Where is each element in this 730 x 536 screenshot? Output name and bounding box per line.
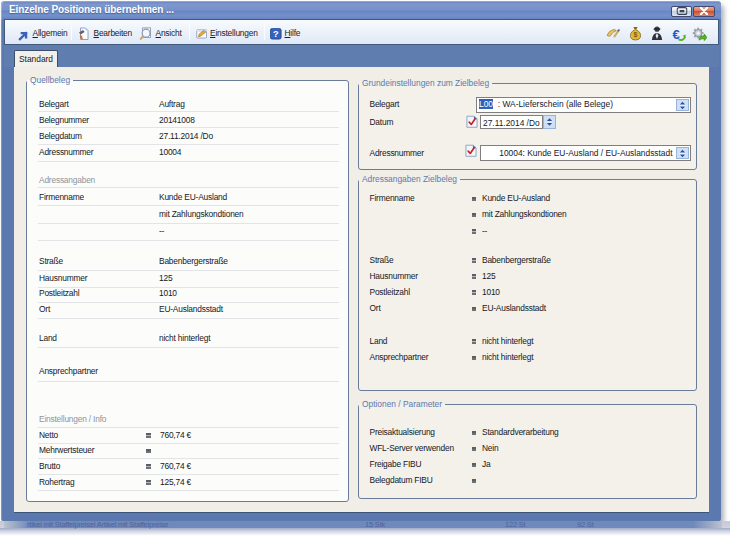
- svg-text:?: ?: [273, 29, 279, 39]
- svg-text:$: $: [634, 31, 638, 39]
